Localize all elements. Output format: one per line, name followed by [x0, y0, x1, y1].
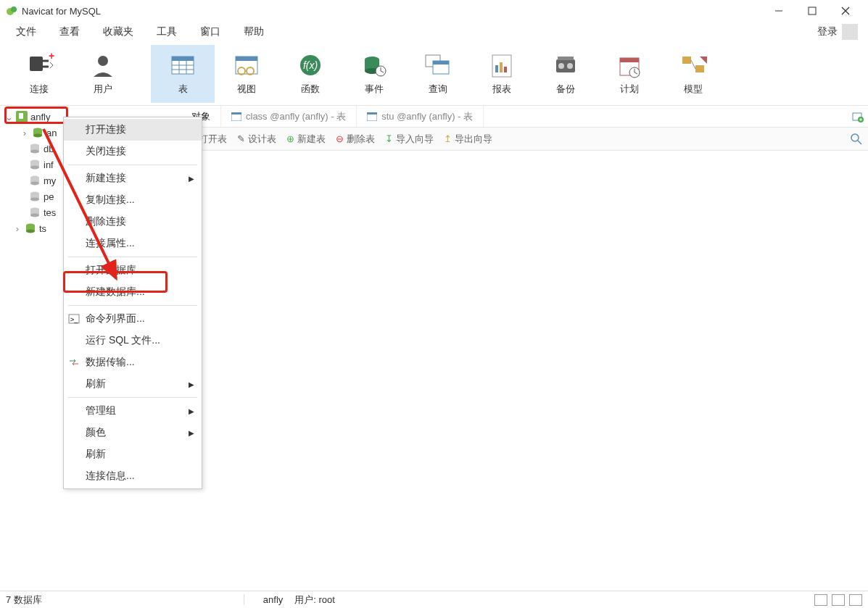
- svg-point-78: [851, 134, 859, 141]
- svg-point-57: [30, 166, 39, 170]
- main-toolbar: + 连接 用户 表 视图 f(x) 函数 事件 查询 报表 备份 计划 模型: [0, 42, 868, 106]
- tab-label: class @anfly (anfly) - 表: [246, 110, 346, 123]
- design-table-button[interactable]: ✎设计表: [237, 133, 276, 146]
- ctx-connection-info[interactable]: 连接信息...: [64, 465, 202, 487]
- ctx-separator: [68, 257, 197, 257]
- menu-file[interactable]: 文件: [4, 22, 48, 41]
- export-wizard-button[interactable]: ↥导出向导: [444, 133, 492, 146]
- tab-bar: 对象 class @anfly (anfly) - 表 stu @anfly (…: [181, 106, 868, 128]
- menu-favorites[interactable]: 收藏夹: [91, 22, 145, 41]
- login-button[interactable]: 登录: [811, 21, 864, 43]
- database-icon: [25, 223, 36, 233]
- toolbar-connection[interactable]: + 连接: [7, 45, 71, 103]
- btn-label: 删除表: [347, 133, 375, 146]
- submenu-arrow-icon: ▶: [189, 380, 194, 388]
- tab-class[interactable]: class @anfly (anfly) - 表: [221, 106, 357, 127]
- ctx-new-database[interactable]: 新建数据库...: [64, 281, 202, 303]
- ctx-label: 运行 SQL 文件...: [86, 334, 160, 347]
- ctx-data-transfer[interactable]: 数据传输...: [64, 351, 202, 373]
- toolbar-query[interactable]: 查询: [406, 45, 470, 103]
- view-detail-button[interactable]: [849, 594, 862, 606]
- menu-window[interactable]: 窗口: [189, 22, 232, 41]
- tab-label: stu @anfly (anfly) - 表: [381, 110, 473, 123]
- event-icon: [359, 52, 389, 80]
- toolbar-table[interactable]: 表: [151, 45, 215, 103]
- minimize-button[interactable]: [762, 0, 795, 22]
- ctx-label: 打开数据库: [86, 264, 136, 277]
- toolbar-view[interactable]: 视图: [215, 45, 278, 103]
- svg-rect-46: [682, 57, 691, 64]
- btn-label: 设计表: [248, 133, 276, 146]
- terminal-icon: >_: [68, 313, 80, 325]
- svg-point-1: [11, 7, 17, 12]
- expand-icon[interactable]: ›: [20, 128, 29, 138]
- tree-label: anfly: [30, 112, 50, 122]
- svg-point-66: [30, 214, 39, 217]
- svg-rect-40: [558, 57, 574, 60]
- toolbar-table-label: 表: [178, 83, 188, 96]
- connection-icon: [16, 111, 28, 122]
- ctx-manage-group[interactable]: 管理组▶: [64, 400, 202, 422]
- ctx-refresh-2[interactable]: 刷新: [64, 443, 202, 465]
- ctx-color[interactable]: 颜色▶: [64, 422, 202, 443]
- ctx-command-line[interactable]: >_命令列界面...: [64, 308, 202, 330]
- tab-stu[interactable]: stu @anfly (anfly) - 表: [357, 106, 484, 127]
- toolbar-event-label: 事件: [365, 83, 384, 96]
- ctx-open-database[interactable]: 打开数据库: [64, 259, 202, 281]
- app-logo-icon: [6, 5, 17, 17]
- ctx-run-sql[interactable]: 运行 SQL 文件...: [64, 330, 202, 351]
- user-icon: [88, 52, 118, 80]
- toolbar-report[interactable]: 报表: [470, 45, 534, 103]
- toolbar-event[interactable]: 事件: [342, 45, 406, 103]
- maximize-button[interactable]: [795, 0, 829, 22]
- table-icon: [367, 112, 377, 121]
- toolbar-user[interactable]: 用户: [71, 45, 135, 103]
- close-button[interactable]: [829, 0, 862, 22]
- report-icon: [487, 52, 517, 80]
- canvas-area: [181, 151, 868, 599]
- table-icon: [231, 112, 241, 121]
- delete-table-button[interactable]: ⊖删除表: [336, 133, 375, 146]
- connection-icon: [250, 595, 260, 605]
- ctx-label: 打开连接: [86, 123, 126, 136]
- view-list-button[interactable]: [832, 594, 845, 606]
- export-icon: ↥: [444, 133, 452, 144]
- btn-label: 导出向导: [455, 133, 492, 146]
- backup-icon: [550, 52, 581, 80]
- svg-rect-42: [620, 58, 639, 62]
- status-conn-name: anfly: [263, 594, 283, 605]
- query-icon: [423, 52, 453, 80]
- ctx-open-connection[interactable]: 打开连接: [64, 119, 202, 141]
- new-table-button[interactable]: ⊕新建表: [286, 133, 326, 146]
- svg-point-60: [30, 182, 39, 186]
- ctx-delete-connection[interactable]: 删除连接: [64, 211, 202, 233]
- ctx-duplicate-connection[interactable]: 复制连接...: [64, 189, 202, 211]
- new-tab-button[interactable]: [848, 106, 868, 127]
- svg-text:f(x): f(x): [303, 59, 318, 71]
- status-connection: anfly: [244, 594, 289, 605]
- view-mode-buttons: [809, 594, 868, 606]
- toolbar-function[interactable]: f(x) 函数: [278, 45, 342, 103]
- ctx-label: 连接信息...: [86, 470, 135, 483]
- ctx-refresh-1[interactable]: 刷新▶: [64, 373, 202, 395]
- expand-icon[interactable]: ›: [13, 223, 22, 234]
- ctx-connection-properties[interactable]: 连接属性...: [64, 233, 202, 254]
- ctx-new-connection[interactable]: 新建连接▶: [64, 167, 202, 189]
- view-grid-button[interactable]: [814, 594, 827, 606]
- expand-icon[interactable]: ⌄: [4, 112, 13, 122]
- toolbar-schedule[interactable]: 计划: [598, 45, 661, 103]
- plug-icon: +: [24, 52, 54, 80]
- menu-view[interactable]: 查看: [48, 22, 91, 41]
- toolbar-backup[interactable]: 备份: [534, 45, 598, 103]
- ctx-label: 管理组: [86, 404, 116, 417]
- import-wizard-button[interactable]: ↧导入向导: [385, 133, 434, 146]
- menu-tools[interactable]: 工具: [145, 22, 189, 41]
- search-button[interactable]: [851, 133, 862, 145]
- toolbar-schedule-label: 计划: [620, 83, 639, 96]
- toolbar-model[interactable]: 模型: [661, 45, 725, 103]
- database-icon: [29, 191, 41, 201]
- svg-text:>_: >_: [70, 316, 78, 323]
- svg-rect-6: [30, 57, 43, 71]
- ctx-close-connection[interactable]: 关闭连接: [64, 141, 202, 162]
- menu-help[interactable]: 帮助: [232, 22, 276, 41]
